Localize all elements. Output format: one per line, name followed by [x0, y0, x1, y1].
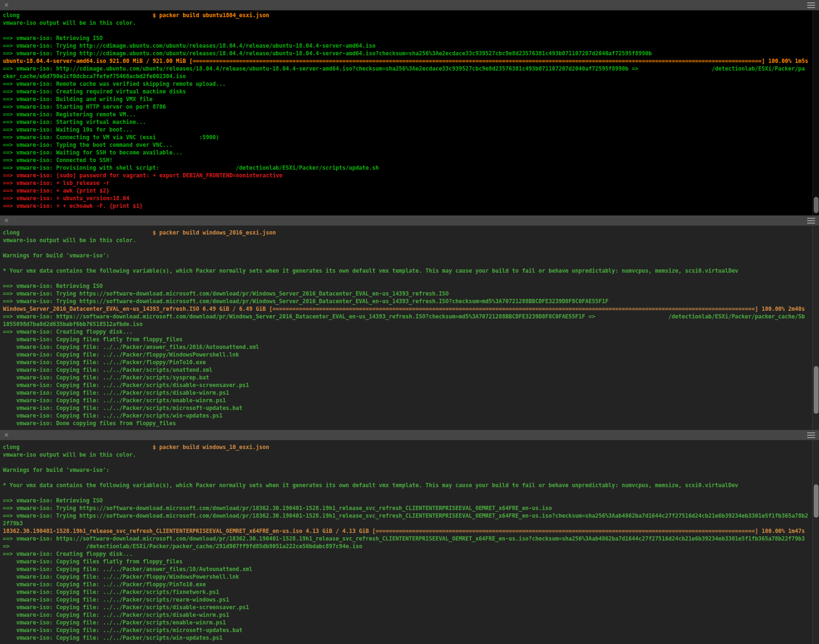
close-icon[interactable]: ✕	[4, 0, 9, 10]
terminal-text-segment: cker_cache/e6d790e1cf0dcbca7fefef75468ac…	[3, 73, 186, 80]
terminal-text-segment: ==> vmware-iso: Starting virtual machine…	[3, 119, 146, 125]
terminal-text-segment: ==> vmware-iso: Building and writing VMX…	[3, 96, 153, 102]
terminal-text-segment: * Your vmx data contains the following v…	[3, 267, 738, 274]
terminal-pane-windows-2016: ✕ clong $ packer build windows_2016_esxi…	[0, 215, 819, 430]
terminal-line: vmware-iso: Copying file: ../../Packer/s…	[3, 619, 819, 626]
close-icon[interactable]: ✕	[4, 430, 9, 440]
terminal-line: ==> vmware-iso: + ubuntu_version=18.04	[3, 194, 819, 202]
terminal-text-segment: vmware-iso: Copying file: ../../Packer/s…	[3, 367, 213, 373]
terminal-line: vmware-iso: Copying file: ../../Packer/s…	[3, 611, 819, 619]
terminal-text-segment: vmware-iso: Copying files flatly from fl…	[3, 558, 183, 565]
terminal-line	[3, 459, 819, 466]
terminal-line: ==> vmware-iso: Trying https://software-…	[3, 512, 819, 520]
terminal-text-segment: vmware-iso: Copying file: ../../Packer/f…	[3, 359, 206, 366]
terminal-text-segment: ==> vmware-iso: Trying http://cdimage.ub…	[3, 50, 652, 57]
terminal-text-segment: ==> vmware-iso: + awk {print $2}	[3, 187, 109, 194]
terminal-text-segment: ==> vmware-iso: Trying http://cdimage.ub…	[3, 42, 376, 49]
scrollbar-thumb[interactable]	[814, 484, 819, 518]
terminal-output[interactable]: clong $ packer build ubuntu1804_esxi.jso…	[0, 10, 819, 215]
terminal-line: vmware-iso: Copying file: ../../Packer/s…	[3, 381, 819, 389]
terminal-text-segment: =>	[3, 543, 10, 550]
terminal-line: ==> vmware-iso: Building and writing VMX…	[3, 95, 819, 103]
terminal-text-segment	[20, 229, 153, 236]
terminal-text-segment: ==> vmware-iso: Creating required virtua…	[3, 88, 186, 95]
terminal-line: ==> vmware-iso: Remote cache was verifie…	[3, 80, 819, 88]
terminal-line: => /detectionlab/ESXi/Packer/packer_cach…	[3, 542, 819, 550]
terminal-line: Warnings for build 'vmware-iso':	[3, 466, 819, 474]
terminal-line: ==> vmware-iso: Creating required virtua…	[3, 88, 819, 95]
scrollbar-thumb[interactable]	[814, 366, 819, 414]
terminal-line: ==> vmware-iso: Provisioning with shell …	[3, 164, 819, 172]
terminal-text-segment: ==> vmware-iso: https://software-downloa…	[3, 535, 805, 542]
window-titlebar[interactable]: ✕	[0, 430, 819, 440]
terminal-line: ==> vmware-iso: Trying https://software-…	[3, 297, 819, 305]
terminal-line: ==> vmware-iso: Creating floppy disk...	[3, 328, 819, 336]
scrollbar-track[interactable]	[812, 440, 819, 644]
terminal-line: vmware-iso: Copying file: ../../Packer/s…	[3, 626, 819, 634]
terminal-line: vmware-iso: Copying file: ../../Packer/s…	[3, 404, 819, 412]
terminal-text-segment: vmware-iso: Copying file: ../../Packer/s…	[3, 412, 223, 419]
terminal-text-segment: $ packer build ubuntu1804_esxi.json	[153, 12, 269, 19]
terminal-line	[3, 244, 819, 252]
terminal-text-segment: ==> vmware-iso: Retrieving ISO	[3, 497, 102, 504]
terminal-text-segment: ==> vmware-iso: Connecting to VM via VNC…	[3, 134, 156, 141]
terminal-line: Windows_Server_2016_Datacenter_EVAL_en-u…	[3, 305, 819, 313]
terminal-line: * Your vmx data contains the following v…	[3, 267, 819, 275]
scrollbar-thumb[interactable]	[814, 197, 819, 213]
terminal-text-segment: ==> vmware-iso: Registering remote VM...	[3, 111, 136, 118]
window-titlebar[interactable]: ✕	[0, 0, 819, 10]
terminal-text-segment: vmware-iso: Done copying files from flop…	[3, 420, 176, 427]
terminal-text-segment: ==> vmware-iso: Trying https://software-…	[3, 505, 552, 511]
scrollbar-track[interactable]	[812, 226, 819, 430]
terminal-line: clong $ packer build ubuntu1804_esxi.jso…	[3, 11, 819, 19]
terminal-line: clong $ packer build windows_10_esxi.jso…	[3, 443, 819, 451]
terminal-line: vmware-iso: Copying file: ../../Packer/s…	[3, 634, 819, 642]
terminal-text-segment: vmware-iso: Copying file: ../../Packer/s…	[3, 634, 223, 641]
terminal-output[interactable]: clong $ packer build windows_10_esxi.jso…	[0, 440, 819, 644]
terminal-line: 1055098d7ba8d2d635babf6bb76518512afbde.i…	[3, 320, 819, 328]
terminal-line: 18362.30.190401-1528.19h1_release_svc_re…	[3, 527, 819, 535]
terminal-output[interactable]: clong $ packer build windows_2016_esxi.j…	[0, 226, 819, 430]
hamburger-menu-icon[interactable]	[807, 431, 815, 439]
terminal-text-segment: ==> vmware-iso: Waiting 10s for boot...	[3, 126, 133, 133]
terminal-line: vmware-iso: Copying file: ../../Packer/f…	[3, 581, 819, 588]
terminal-text-segment: /detectionlab/ESXi/Packer/scripts/update…	[236, 164, 379, 171]
terminal-line	[3, 474, 819, 481]
scrollbar-track[interactable]	[812, 10, 819, 215]
terminal-line: vmware-iso: Copying file: ../../Packer/s…	[3, 603, 819, 611]
terminal-text-segment: ==> vmware-iso: Creating floppy disk...	[3, 328, 133, 335]
terminal-line: ==> vmware-iso: Trying http://cdimage.ub…	[3, 42, 819, 50]
terminal-line: ==> vmware-iso: Starting virtual machine…	[3, 118, 819, 126]
terminal-line: ==> vmware-iso: + + echoawk -F. {print $…	[3, 202, 819, 210]
window-titlebar[interactable]: ✕	[0, 215, 819, 226]
terminal-line: ==> vmware-iso: Retrieving ISO	[3, 282, 819, 290]
terminal-text-segment: 1055098d7ba8d2d635babf6bb76518512afbde.i…	[3, 321, 143, 327]
terminal-line: 2f79b3	[3, 520, 819, 527]
terminal-text-segment: vmware-iso output will be in this color.	[3, 20, 136, 26]
terminal-text-segment: ==> vmware-iso: http://cdimage.ubuntu.co…	[3, 65, 638, 72]
terminal-line: ==> vmware-iso: Starting HTTP server on …	[3, 103, 819, 111]
terminal-line: * Your vmx data contains the following v…	[3, 481, 819, 489]
terminal-text-segment: /detectionlab/ESXi/Packer/pa	[712, 65, 805, 72]
terminal-text-segment: ==> vmware-iso: Waiting for SSH to becom…	[3, 149, 183, 156]
terminal-line: cker_cache/e6d790e1cf0dcbca7fefef75468ac…	[3, 72, 819, 80]
terminal-text-segment: vmware-iso: Copying file: ../../Packer/s…	[3, 389, 229, 396]
terminal-text-segment: ==> vmware-iso: [sudo] password for vagr…	[3, 172, 282, 179]
terminal-text-segment: vmware-iso output will be in this color.	[3, 237, 136, 244]
terminal-line: clong $ packer build windows_2016_esxi.j…	[3, 229, 819, 236]
terminal-line: vmware-iso: Copying file: ../../Packer/s…	[3, 366, 819, 374]
terminal-text-segment	[20, 444, 153, 450]
terminal-text-segment: vmware-iso: Copying file: ../../Packer/a…	[3, 344, 259, 350]
terminal-line: vmware-iso: Copying file: ../../Packer/s…	[3, 397, 819, 404]
terminal-text-segment: ==> vmware-iso: Trying https://software-…	[3, 298, 608, 305]
terminal-line: ==> vmware-iso: Trying https://software-…	[3, 290, 819, 297]
terminal-line: vmware-iso: Copying file: ../../Packer/f…	[3, 573, 819, 581]
hamburger-menu-icon[interactable]	[807, 1, 815, 9]
terminal-text-segment: ==> vmware-iso: Retrieving ISO	[3, 35, 102, 41]
hamburger-menu-icon[interactable]	[807, 217, 815, 225]
terminal-text-segment: * Your vmx data contains the following v…	[3, 482, 738, 489]
close-icon[interactable]: ✕	[4, 215, 9, 226]
terminal-line: ==> vmware-iso: Trying http://cdimage.ub…	[3, 50, 819, 57]
terminal-line: ==> vmware-iso: Waiting 10s for boot...	[3, 126, 819, 133]
terminal-line: vmware-iso output will be in this color.	[3, 19, 819, 27]
